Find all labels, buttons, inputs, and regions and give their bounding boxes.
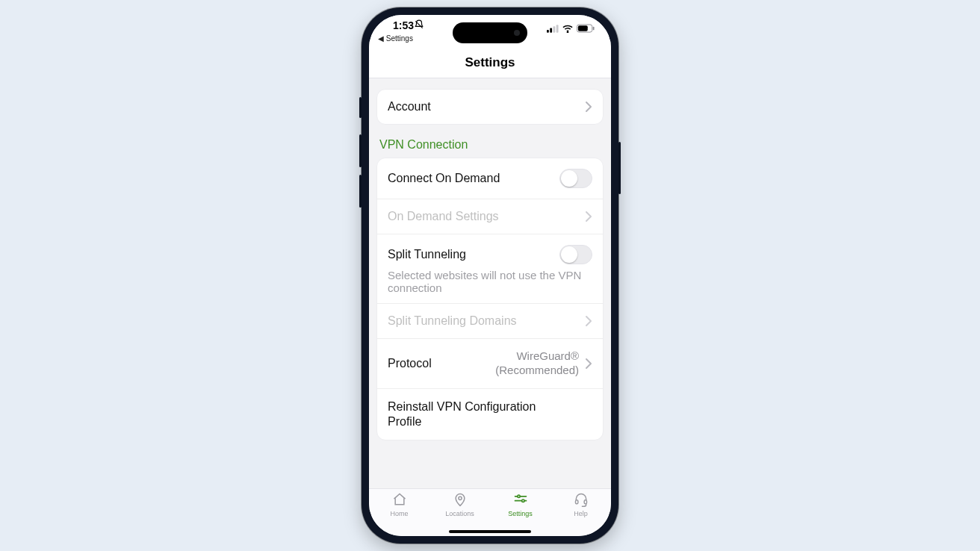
split-tunneling-toggle[interactable] xyxy=(559,245,592,264)
tab-label: Home xyxy=(390,510,408,517)
wifi-icon xyxy=(562,22,574,36)
chevron-right-icon xyxy=(585,211,592,222)
split-tunneling-domains-row: Split Tunneling Domains xyxy=(377,303,603,338)
chevron-right-icon xyxy=(585,101,592,113)
split-tunneling-label: Split Tunneling xyxy=(388,248,466,261)
page-title: Settings xyxy=(369,55,611,70)
svg-rect-14 xyxy=(575,500,577,504)
tab-label: Settings xyxy=(508,510,533,517)
battery-icon xyxy=(577,22,595,36)
svg-rect-3 xyxy=(556,25,559,32)
home-indicator[interactable] xyxy=(369,529,611,536)
home-icon xyxy=(392,492,407,508)
reinstall-vpn-row[interactable]: Reinstall VPN Configuration Profile xyxy=(377,388,603,440)
svg-rect-0 xyxy=(547,30,549,33)
status-time: 1:53 xyxy=(393,19,414,31)
chevron-right-icon xyxy=(585,358,592,370)
account-card: Account xyxy=(376,89,604,125)
location-pin-icon xyxy=(453,492,468,508)
tab-locations[interactable]: Locations xyxy=(429,492,490,529)
account-label: Account xyxy=(388,100,431,113)
svg-point-10 xyxy=(517,495,519,497)
phone-screen: 1:53 ◀ Settings xyxy=(369,15,611,536)
svg-point-12 xyxy=(521,499,524,502)
on-demand-settings-row: On Demand Settings xyxy=(377,199,603,234)
account-row[interactable]: Account xyxy=(377,90,603,124)
connect-on-demand-toggle[interactable] xyxy=(559,169,592,188)
svg-rect-6 xyxy=(578,25,588,31)
protocol-label: Protocol xyxy=(388,357,432,370)
tab-label: Help xyxy=(574,510,588,517)
breadcrumb-back[interactable]: ◀ Settings xyxy=(378,34,413,43)
svg-rect-7 xyxy=(593,27,595,31)
dynamic-island xyxy=(453,22,527,43)
connect-on-demand-label: Connect On Demand xyxy=(388,172,500,185)
svg-rect-15 xyxy=(584,500,586,504)
connect-on-demand-row: Connect On Demand xyxy=(377,158,603,199)
on-demand-settings-label: On Demand Settings xyxy=(388,210,499,223)
cellular-signal-icon xyxy=(547,22,559,36)
tab-label: Locations xyxy=(445,510,474,517)
protocol-row[interactable]: Protocol WireGuard® (Recommended) xyxy=(377,338,603,388)
settings-content[interactable]: Account VPN Connection Connect On Demand… xyxy=(369,78,611,488)
phone-side-button xyxy=(359,175,362,208)
reinstall-vpn-label: Reinstall VPN Configuration Profile xyxy=(388,399,537,429)
tab-help[interactable]: Help xyxy=(551,492,611,529)
split-tunneling-domains-label: Split Tunneling Domains xyxy=(388,314,517,328)
svg-rect-1 xyxy=(550,28,552,33)
vpn-section-title: VPN Connection xyxy=(379,138,601,152)
breadcrumb-back-label: Settings xyxy=(386,34,413,43)
svg-point-4 xyxy=(567,32,568,33)
phone-frame: 1:53 ◀ Settings xyxy=(362,7,618,544)
protocol-value: WireGuard® (Recommended) xyxy=(432,349,579,378)
page-header: Settings xyxy=(369,51,611,78)
vpn-card: Connect On Demand On Demand Settings Spl… xyxy=(376,158,604,441)
bell-slash-icon xyxy=(414,19,424,33)
sliders-icon xyxy=(513,492,528,508)
tab-settings[interactable]: Settings xyxy=(490,492,551,529)
split-tunneling-row: Split Tunneling xyxy=(377,234,603,269)
split-tunneling-description: Selected websites will not use the VPN c… xyxy=(377,269,603,303)
phone-side-button xyxy=(359,134,362,167)
chevron-right-icon xyxy=(585,315,592,327)
svg-point-8 xyxy=(458,496,461,499)
tab-home[interactable]: Home xyxy=(369,492,429,529)
phone-side-button xyxy=(618,142,621,194)
chevron-left-icon: ◀ xyxy=(378,34,384,43)
phone-side-button xyxy=(359,97,362,118)
headset-icon xyxy=(574,492,589,508)
tab-bar: Home Locations Settings Help xyxy=(369,488,611,529)
svg-rect-2 xyxy=(553,26,555,32)
